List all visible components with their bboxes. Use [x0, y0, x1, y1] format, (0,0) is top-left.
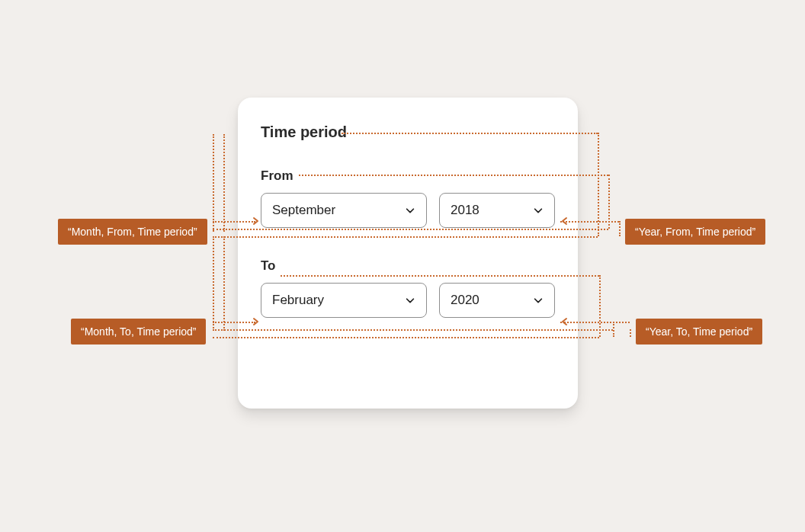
to-year-value: 2020: [451, 293, 479, 308]
chevron-down-icon: [405, 205, 415, 216]
dash-line: [342, 133, 598, 134]
dash-line: [213, 337, 599, 338]
chevron-down-icon: [533, 205, 544, 216]
from-month-value: September: [272, 203, 335, 218]
from-year-value: 2018: [451, 203, 479, 218]
dash-line: [213, 236, 214, 331]
dash-line: [213, 236, 598, 238]
dash-line: [213, 322, 255, 323]
dash-line: [299, 175, 608, 176]
dash-line: [223, 134, 225, 232]
dash-line: [599, 275, 601, 337]
time-period-card: Time period From September 2018 To Febru…: [238, 98, 578, 409]
arrow-left-icon: [560, 317, 569, 326]
from-month-select[interactable]: September: [261, 193, 427, 228]
dash-line: [619, 221, 621, 236]
from-label: From: [261, 168, 555, 184]
annotation-year-from: “Year, From, Time period”: [625, 219, 765, 245]
diagram-stage: Time period From September 2018 To Febru…: [0, 0, 805, 532]
dash-line: [630, 329, 631, 337]
dash-line: [281, 275, 599, 277]
arrow-right-icon: [251, 317, 260, 326]
from-year-select[interactable]: 2018: [439, 193, 555, 228]
dash-line: [213, 329, 613, 331]
arrow-right-icon: [251, 216, 260, 226]
to-label: To: [261, 258, 555, 274]
to-year-select[interactable]: 2020: [439, 283, 555, 318]
annotation-year-to: “Year, To, Time period”: [636, 319, 762, 345]
chevron-down-icon: [533, 295, 544, 306]
arrow-left-icon: [560, 216, 569, 226]
dash-line: [613, 322, 614, 337]
from-row: September 2018: [261, 193, 555, 228]
to-month-select[interactable]: February: [261, 283, 427, 318]
annotation-month-to: “Month, To, Time period”: [71, 319, 206, 345]
dash-line: [213, 134, 214, 232]
dash-line: [213, 229, 608, 230]
from-group: From September 2018: [261, 168, 555, 228]
dash-line: [560, 322, 630, 323]
dash-line: [223, 236, 225, 331]
dash-line: [213, 221, 255, 223]
to-row: February 2020: [261, 283, 555, 318]
to-group: To February 2020: [261, 258, 555, 318]
chevron-down-icon: [405, 295, 415, 306]
to-month-value: February: [272, 293, 324, 308]
annotation-month-from: “Month, From, Time period”: [58, 219, 207, 245]
